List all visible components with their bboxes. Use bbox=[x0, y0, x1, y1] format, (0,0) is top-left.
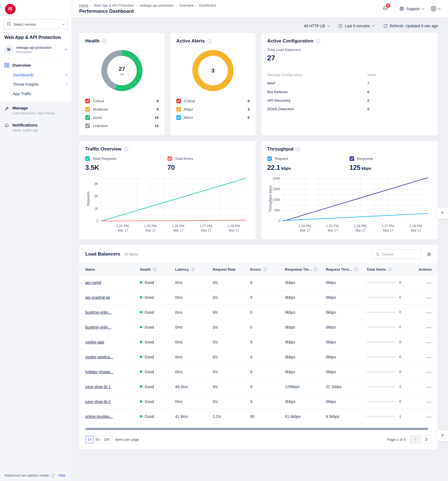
search-box[interactable] bbox=[372, 249, 422, 259]
info-icon[interactable]: i bbox=[388, 267, 392, 271]
lb-name-link[interactable]: cookie-applica... bbox=[85, 355, 113, 359]
config-name: Bot Defense bbox=[267, 90, 367, 94]
breadcrumb-item[interactable]: Home bbox=[79, 4, 88, 7]
table-row: juice-shop-lb-1Good49.3ms9/s0125kbps22.1… bbox=[79, 379, 438, 394]
row-actions-button[interactable] bbox=[426, 401, 432, 404]
alerts-bar-track bbox=[367, 282, 395, 283]
checkbox-checked-icon[interactable] bbox=[85, 107, 90, 112]
service-selector[interactable]: Select service bbox=[4, 19, 68, 29]
search-icon bbox=[375, 252, 380, 256]
sidebar-item-notifications[interactable]: Notifications Alerts, Audit Logs bbox=[0, 119, 72, 136]
info-icon[interactable]: i bbox=[153, 267, 157, 271]
next-page-button[interactable] bbox=[421, 435, 432, 444]
info-icon[interactable]: i bbox=[50, 473, 55, 478]
lb-name-link[interactable]: juice-shop-lb-1 bbox=[85, 385, 111, 389]
row-actions-button[interactable] bbox=[426, 371, 432, 374]
checkbox-checked-icon[interactable] bbox=[85, 123, 90, 128]
series-checkbox[interactable] bbox=[267, 156, 272, 161]
traffic-card-title: Traffic Overview bbox=[85, 146, 121, 152]
horizontal-scrollbar[interactable] bbox=[85, 428, 432, 430]
column-header-actions[interactable]: Actions bbox=[414, 267, 432, 272]
row-actions-button[interactable] bbox=[426, 356, 432, 359]
sidebar-footer: Advanced nav options visible i Hide bbox=[0, 470, 72, 481]
prev-page-button[interactable] bbox=[410, 435, 421, 444]
lb-name-link[interactable]: api-cartql bbox=[85, 280, 101, 285]
lb-name-link[interactable]: buytime-onlin... bbox=[85, 310, 111, 315]
health-cell: Good bbox=[140, 370, 175, 374]
checkbox-checked-icon[interactable] bbox=[176, 99, 181, 103]
search-input[interactable] bbox=[382, 252, 418, 256]
breadcrumb-item[interactable]: Web App & API Protection bbox=[94, 4, 134, 7]
help-button[interactable]: ? bbox=[436, 207, 448, 219]
lb-name-link[interactable]: api-graphql-go bbox=[85, 295, 110, 300]
namespace-selector[interactable]: W webapp-api-protection Namespace bbox=[0, 44, 72, 58]
info-icon[interactable]: i bbox=[102, 39, 106, 43]
page-size-button-10[interactable]: 10 bbox=[85, 436, 94, 443]
support-menu[interactable]: Support bbox=[399, 6, 424, 11]
page-size-button-100[interactable]: 100 bbox=[102, 436, 112, 443]
notifications-bell-button[interactable]: 4 bbox=[383, 5, 388, 12]
sidebar-item-threat-insights[interactable]: Threat Insights bbox=[0, 80, 72, 89]
gear-icon[interactable] bbox=[426, 252, 432, 257]
column-header-errors[interactable]: Errorsi bbox=[250, 267, 285, 272]
info-icon[interactable]: i bbox=[314, 267, 318, 271]
info-icon[interactable]: i bbox=[316, 39, 320, 43]
row-actions-button[interactable] bbox=[426, 311, 432, 315]
info-icon[interactable]: i bbox=[296, 147, 300, 151]
config-name: API Discovery bbox=[267, 98, 367, 103]
breadcrumb-item[interactable]: Overview bbox=[179, 4, 194, 7]
sidebar-item-app-traffic[interactable]: App Traffic bbox=[0, 89, 72, 98]
column-header-name[interactable]: Name bbox=[85, 267, 140, 272]
row-actions-button[interactable] bbox=[426, 386, 432, 389]
info-icon[interactable]: i bbox=[191, 267, 194, 271]
row-actions-button[interactable] bbox=[426, 415, 432, 419]
lb-name-link[interactable]: juice-shop-lb-2 bbox=[85, 399, 111, 404]
column-header-response-thr[interactable]: Response Thr...i bbox=[285, 267, 326, 272]
row-actions-button[interactable] bbox=[426, 281, 432, 285]
refresh-button[interactable]: Refresh: Updated 8 min ago bbox=[383, 24, 438, 28]
column-header-request-thro[interactable]: Request Thro...i bbox=[326, 267, 367, 272]
column-header-health[interactable]: Healthi bbox=[140, 267, 175, 272]
breadcrumb-item[interactable]: webapp-api-protection bbox=[140, 4, 174, 7]
series-checkbox[interactable] bbox=[85, 156, 90, 161]
help-button[interactable]: ? bbox=[436, 430, 448, 442]
lb-filter-dropdown[interactable]: All HTTP LB bbox=[304, 24, 330, 28]
user-menu[interactable] bbox=[430, 6, 441, 12]
series-toggle: Response125kbps bbox=[350, 156, 432, 171]
info-icon[interactable]: i bbox=[207, 39, 212, 43]
column-header-latency[interactable]: Latencyi bbox=[175, 267, 213, 272]
hide-link[interactable]: Hide bbox=[58, 474, 65, 477]
page-indicator: Page 1 of 3 bbox=[387, 437, 406, 442]
info-icon[interactable]: i bbox=[354, 267, 358, 271]
row-actions-button[interactable] bbox=[426, 296, 432, 300]
series-checkbox[interactable] bbox=[167, 156, 172, 161]
lb-name-link[interactable]: holiday-shoppi... bbox=[85, 370, 113, 374]
row-actions-button[interactable] bbox=[426, 326, 432, 329]
question-icon: ? bbox=[440, 433, 445, 439]
column-header-total-alerts[interactable]: Total Alertsi bbox=[367, 267, 414, 272]
checkbox-checked-icon[interactable] bbox=[176, 115, 181, 120]
page-size-button-50[interactable]: 50 bbox=[93, 436, 102, 443]
question-icon: ? bbox=[440, 211, 445, 216]
sidebar-item-dashboards[interactable]: Dashboards bbox=[0, 70, 72, 80]
scrollbar-thumb[interactable] bbox=[85, 428, 428, 430]
response-throughput-cell: 0kbps bbox=[285, 295, 326, 300]
info-icon[interactable]: i bbox=[263, 267, 267, 271]
checkbox-checked-icon[interactable] bbox=[176, 107, 181, 112]
breadcrumb-item[interactable]: Dashboard bbox=[199, 4, 216, 7]
lb-name-link[interactable]: online-boutiqu... bbox=[85, 414, 113, 419]
column-label: Name bbox=[85, 267, 95, 272]
column-header-request-rate[interactable]: Request Rate bbox=[213, 267, 250, 272]
f5-logo[interactable]: f5 bbox=[5, 4, 15, 14]
checkbox-checked-icon[interactable] bbox=[85, 115, 90, 120]
lb-name-link[interactable]: buytime-onlin... bbox=[85, 325, 111, 329]
request-rate-cell: 0/s bbox=[213, 280, 250, 285]
sidebar-item-manage[interactable]: Manage Load Balancers, App Firewal... bbox=[0, 102, 72, 119]
checkbox-checked-icon[interactable] bbox=[85, 99, 90, 103]
lb-name-link[interactable]: cookie-app bbox=[85, 340, 104, 344]
time-range-dropdown[interactable]: Last 5 minutes bbox=[338, 24, 375, 28]
series-checkbox[interactable] bbox=[350, 156, 354, 161]
sidebar-item-overview[interactable]: Overview bbox=[0, 58, 72, 70]
info-icon[interactable]: i bbox=[124, 147, 128, 151]
row-actions-button[interactable] bbox=[426, 341, 432, 344]
